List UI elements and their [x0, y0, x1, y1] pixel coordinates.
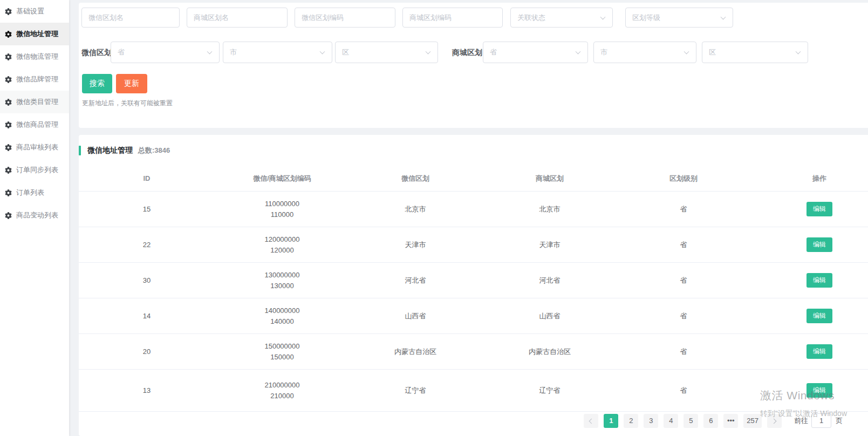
- edit-button[interactable]: 编辑: [807, 273, 832, 288]
- gear-icon: [5, 76, 12, 83]
- section-title: 微信地址管理: [87, 146, 133, 155]
- region-level-select[interactable]: 区划等级: [625, 8, 733, 28]
- table-panel: 微信地址管理 总数:3846 ID 微信/商城区划编码 微信区划 商城区划 区划…: [79, 135, 868, 436]
- sidebar-item-label: 微信类目管理: [16, 97, 58, 107]
- sidebar-item[interactable]: 商品变动列表: [0, 204, 69, 227]
- goto-label: 前往: [794, 416, 808, 426]
- mall-code: 150000: [215, 352, 350, 363]
- link-status-select[interactable]: 关联状态: [510, 8, 613, 28]
- chevron-down-icon: [320, 49, 325, 54]
- page-button-257[interactable]: 257: [743, 414, 762, 428]
- filter-panel: 关联状态 区划等级 微信区划 省 市 区 商城区划 省 市 区: [79, 3, 868, 128]
- page-button-3[interactable]: 3: [644, 414, 658, 428]
- sidebar-item-label: 微信商品管理: [16, 120, 58, 130]
- goto-page-input[interactable]: [811, 413, 831, 428]
- next-page-button[interactable]: [767, 414, 782, 428]
- mall-province-select[interactable]: 省: [483, 42, 588, 63]
- prev-page-button[interactable]: [584, 414, 598, 428]
- sidebar-item[interactable]: 微信物流管理: [0, 45, 69, 68]
- page-button-5[interactable]: 5: [684, 414, 698, 428]
- mall-code: 140000: [215, 316, 350, 327]
- page-unit-label: 页: [836, 416, 843, 426]
- cell-wx-region: 天津市: [350, 240, 481, 250]
- sidebar-item[interactable]: 微信商品管理: [0, 113, 69, 136]
- gear-icon: [5, 121, 12, 128]
- chevron-right-icon: [771, 419, 777, 424]
- gear-icon: [5, 167, 12, 174]
- mall-region-name-input[interactable]: [187, 8, 288, 28]
- header-id: ID: [79, 173, 215, 184]
- sidebar-item[interactable]: 订单列表: [0, 181, 69, 204]
- cell-id: 22: [79, 240, 215, 250]
- page-button-1[interactable]: 1: [604, 414, 618, 428]
- mall-code: 120000: [215, 245, 350, 256]
- cell-codes: 140000000 140000: [215, 305, 350, 327]
- wx-code: 140000000: [215, 305, 350, 316]
- province-placeholder: 省: [118, 47, 125, 57]
- page-button-2[interactable]: 2: [624, 414, 638, 428]
- table-row: 22 120000000 120000 天津市 天津市 省 编辑: [79, 227, 868, 263]
- sidebar-item[interactable]: 微信地址管理: [0, 23, 69, 45]
- region-table: ID 微信/商城区划编码 微信区划 商城区划 区划级别 操作 15 110000…: [79, 166, 868, 412]
- search-button[interactable]: 搜索: [82, 74, 112, 93]
- sidebar-item-label: 微信品牌管理: [16, 74, 58, 84]
- edit-button[interactable]: 编辑: [807, 237, 832, 252]
- city-placeholder: 市: [600, 47, 607, 57]
- pagination: 123456•••257 前往 页: [581, 413, 843, 428]
- sidebar-item[interactable]: 微信类目管理: [0, 91, 69, 113]
- wx-code: 110000000: [215, 199, 350, 209]
- cell-mall-region: 山西省: [481, 311, 618, 322]
- page-button-6[interactable]: 6: [703, 414, 718, 428]
- province-placeholder: 省: [490, 47, 497, 57]
- chevron-down-icon: [426, 49, 431, 54]
- table-row: 30 130000000 130000 河北省 河北省 省 编辑: [79, 263, 868, 298]
- district-placeholder: 区: [709, 47, 716, 57]
- wx-region-name-input[interactable]: [81, 8, 180, 28]
- edit-button[interactable]: 编辑: [807, 309, 832, 323]
- table-row: 15 110000000 110000 北京市 北京市 省 编辑: [79, 192, 868, 227]
- mall-district-select[interactable]: 区: [702, 42, 808, 63]
- header-codes: 微信/商城区划编码: [215, 173, 350, 184]
- update-button[interactable]: 更新: [116, 74, 147, 93]
- chevron-down-icon: [684, 49, 689, 54]
- district-placeholder: 区: [342, 47, 349, 57]
- wx-code: 210000000: [215, 380, 350, 391]
- mall-code: 130000: [215, 281, 350, 291]
- edit-button[interactable]: 编辑: [807, 383, 832, 398]
- gear-icon: [5, 31, 12, 38]
- sidebar-item-label: 微信地址管理: [16, 29, 58, 39]
- mall-city-select[interactable]: 市: [593, 42, 696, 63]
- cell-codes: 210000000 210000: [215, 380, 350, 401]
- cell-region-level: 省: [618, 385, 749, 396]
- mall-code: 210000: [215, 391, 350, 401]
- sidebar-item-label: 微信物流管理: [16, 52, 58, 62]
- cell-id: 13: [79, 385, 215, 396]
- sidebar-item[interactable]: 订单同步列表: [0, 159, 69, 181]
- cell-mall-region: 北京市: [481, 204, 618, 215]
- table-row: 20 150000000 150000 内蒙古自治区 内蒙古自治区 省 编辑: [79, 334, 868, 370]
- cell-region-level: 省: [618, 311, 749, 322]
- mall-region-code-input[interactable]: [402, 8, 503, 28]
- cell-mall-region: 内蒙古自治区: [481, 346, 618, 357]
- wx-city-select[interactable]: 市: [223, 42, 332, 63]
- sidebar-item[interactable]: 基础设置: [0, 0, 69, 23]
- cell-region-level: 省: [618, 346, 749, 357]
- cell-wx-region: 辽宁省: [350, 385, 481, 396]
- more-pages-button[interactable]: •••: [723, 414, 738, 428]
- header-region-level: 区划级别: [618, 173, 749, 184]
- chevron-down-icon: [721, 14, 726, 19]
- page-button-4[interactable]: 4: [664, 414, 678, 428]
- chevron-down-icon: [207, 49, 213, 54]
- sidebar-item[interactable]: 商品审核列表: [0, 136, 69, 159]
- table-header-row: ID 微信/商城区划编码 微信区划 商城区划 区划级别 操作: [79, 166, 868, 192]
- edit-button[interactable]: 编辑: [807, 202, 832, 216]
- wx-province-select[interactable]: 省: [111, 42, 220, 63]
- cell-mall-region: 辽宁省: [481, 385, 618, 396]
- mall-region-label: 商城区划: [452, 42, 482, 63]
- section-accent-bar: [79, 146, 81, 155]
- wx-district-select[interactable]: 区: [335, 42, 438, 63]
- sidebar-item[interactable]: 微信品牌管理: [0, 68, 69, 91]
- cell-codes: 120000000 120000: [215, 234, 350, 256]
- edit-button[interactable]: 编辑: [807, 344, 832, 359]
- wx-region-code-input[interactable]: [295, 8, 395, 28]
